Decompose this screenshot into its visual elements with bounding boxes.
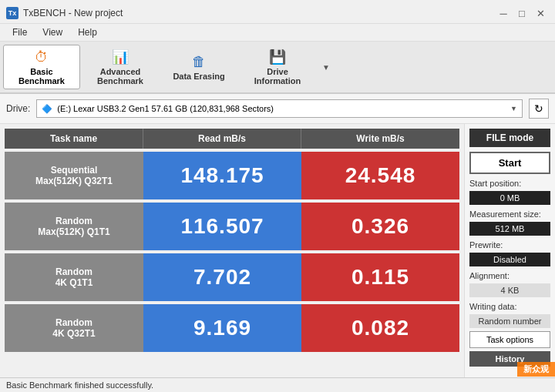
tab-advanced-benchmark[interactable]: 📊 Advanced Benchmark bbox=[82, 45, 159, 89]
row-label-2: Random 4K Q1T1 bbox=[5, 253, 143, 301]
app-icon: Tx bbox=[6, 7, 18, 19]
writing-data-label: Writing data: bbox=[469, 302, 550, 311]
tab-drive-information[interactable]: 💾 Drive Information bbox=[239, 45, 316, 89]
tab-basic-benchmark[interactable]: ⏱ Basic Benchmark bbox=[3, 45, 80, 89]
menu-view[interactable]: View bbox=[36, 25, 69, 39]
table-row: Random Max(512K) Q1T1 116.507 0.326 bbox=[5, 203, 459, 250]
drive-select-text: (E:) Lexar USB3.2 Gen1 57.61 GB (120,831… bbox=[57, 104, 274, 113]
table-row: Random 4K Q32T1 9.169 0.082 bbox=[5, 304, 459, 352]
tab-data-erasing[interactable]: 🗑 Data Erasing bbox=[160, 45, 237, 89]
status-bar: Basic Benchmark finished successfully. bbox=[0, 377, 555, 392]
start-button[interactable]: Start bbox=[469, 152, 550, 174]
drive-label: Drive: bbox=[6, 103, 30, 114]
drive-information-icon: 💾 bbox=[269, 49, 286, 65]
watermark: 新众观 bbox=[517, 362, 555, 377]
close-button[interactable]: ✕ bbox=[532, 5, 549, 22]
tab-erasing-label: Data Erasing bbox=[173, 72, 224, 81]
menu-bar: File View Help bbox=[0, 24, 555, 42]
row-label-3: Random 4K Q32T1 bbox=[5, 304, 143, 352]
row-label-1: Random Max(512K) Q1T1 bbox=[5, 203, 143, 250]
drive-dropdown-arrow-icon: ▼ bbox=[510, 105, 517, 112]
benchmark-table: Task name Read mB/s Write mB/s Sequentia… bbox=[0, 124, 464, 388]
title-bar-controls: ─ □ ✕ bbox=[495, 5, 549, 22]
main-area: Task name Read mB/s Write mB/s Sequentia… bbox=[0, 124, 555, 388]
row-write-2: 0.115 bbox=[301, 253, 459, 301]
toolbar: ⏱ Basic Benchmark 📊 Advanced Benchmark 🗑… bbox=[0, 42, 555, 94]
toolbar-more-arrow[interactable]: ▼ bbox=[319, 45, 333, 89]
table-row: Sequential Max(512K) Q32T1 148.175 24.54… bbox=[5, 152, 459, 199]
row-write-1: 0.326 bbox=[301, 203, 459, 250]
title-bar-left: Tx TxBENCH - New project bbox=[6, 7, 123, 19]
prewrite-label: Prewrite: bbox=[469, 240, 550, 250]
menu-help[interactable]: Help bbox=[72, 25, 103, 39]
col-write: Write mB/s bbox=[301, 129, 459, 149]
row-write-3: 0.082 bbox=[301, 304, 459, 352]
row-read-2: 7.702 bbox=[143, 253, 301, 301]
start-position-value: 0 MB bbox=[469, 191, 550, 205]
row-read-0: 148.175 bbox=[143, 152, 301, 199]
watermark-text: 新众观 bbox=[523, 364, 549, 374]
alignment-value: 4 KB bbox=[469, 283, 550, 297]
drive-bar: Drive: 🔷 (E:) Lexar USB3.2 Gen1 57.61 GB… bbox=[0, 94, 555, 124]
maximize-button[interactable]: □ bbox=[513, 5, 530, 22]
basic-benchmark-icon: ⏱ bbox=[35, 49, 49, 65]
file-mode-button[interactable]: FILE mode bbox=[469, 129, 550, 147]
drive-select[interactable]: 🔷 (E:) Lexar USB3.2 Gen1 57.61 GB (120,8… bbox=[36, 99, 523, 118]
row-read-3: 9.169 bbox=[143, 304, 301, 352]
data-erasing-icon: 🗑 bbox=[192, 54, 206, 70]
start-position-label: Start position: bbox=[469, 179, 550, 188]
alignment-label: Alignment: bbox=[469, 271, 550, 280]
table-header: Task name Read mB/s Write mB/s bbox=[5, 129, 459, 149]
writing-data-value: Random number bbox=[469, 314, 550, 328]
row-read-1: 116.507 bbox=[143, 203, 301, 250]
minimize-button[interactable]: ─ bbox=[495, 5, 512, 22]
tab-drive-label: Drive Information bbox=[254, 67, 301, 85]
row-write-0: 24.548 bbox=[301, 152, 459, 199]
task-options-button[interactable]: Task options bbox=[469, 331, 550, 348]
title-bar: Tx TxBENCH - New project ─ □ ✕ bbox=[0, 0, 555, 24]
right-panel: FILE mode Start Start position: 0 MB Mea… bbox=[464, 124, 555, 388]
row-label-0: Sequential Max(512K) Q32T1 bbox=[5, 152, 143, 199]
table-row: Random 4K Q1T1 7.702 0.115 bbox=[5, 253, 459, 301]
advanced-benchmark-icon: 📊 bbox=[112, 49, 129, 65]
tab-basic-label: Basic Benchmark bbox=[18, 67, 65, 85]
drive-select-icon: 🔷 bbox=[42, 104, 52, 114]
measurement-size-label: Measurement size: bbox=[469, 209, 550, 219]
col-read: Read mB/s bbox=[143, 129, 301, 149]
menu-file[interactable]: File bbox=[6, 25, 33, 39]
tab-advanced-label: Advanced Benchmark bbox=[97, 67, 143, 85]
col-task-name: Task name bbox=[5, 129, 143, 149]
status-text: Basic Benchmark finished successfully. bbox=[6, 380, 153, 390]
window-title: TxBENCH - New project bbox=[23, 8, 123, 18]
prewrite-value: Disabled bbox=[469, 253, 550, 266]
measurement-size-value: 512 MB bbox=[469, 222, 550, 236]
drive-refresh-button[interactable]: ↻ bbox=[529, 99, 549, 119]
